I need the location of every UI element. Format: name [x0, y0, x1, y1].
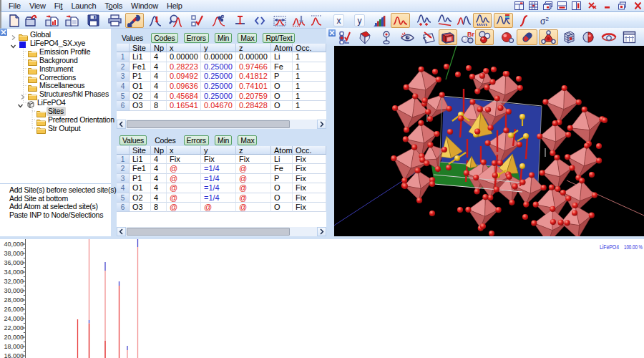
cell-z-r5[interactable]: @ — [236, 193, 271, 203]
cell-atom-r1[interactable]: Li — [271, 52, 293, 62]
tab-values[interactable]: Values — [119, 34, 145, 42]
cell-x-r2[interactable]: @ — [167, 164, 201, 173]
column-header-Occ.[interactable]: Occ. — [293, 44, 326, 52]
site-checklist-button[interactable] — [337, 29, 353, 45]
cell-z-r3[interactable]: @ — [236, 174, 271, 183]
scroll-right-icon[interactable] — [317, 120, 326, 129]
y-axis-button[interactable]: y — [354, 14, 365, 26]
menu-view[interactable]: View — [25, 0, 50, 11]
cell-np-r2[interactable]: 4 — [151, 164, 167, 173]
cell-y-r5[interactable]: 0.25000 — [201, 92, 236, 102]
menu-fit[interactable]: Fit — [50, 0, 67, 11]
cell-np-r3[interactable]: 4 — [151, 174, 167, 183]
tile-horizontal-icon[interactable] — [514, 1, 524, 10]
column-header-Atom[interactable]: Atom — [271, 146, 293, 155]
capsule-bond-button[interactable] — [517, 29, 537, 45]
code-view-button[interactable] — [252, 13, 268, 28]
cell-atom-r2[interactable]: Fe — [271, 164, 293, 173]
cell-z-r3[interactable]: 0.41812 — [236, 72, 271, 82]
cell-y-r2[interactable]: 0.25000 — [201, 62, 236, 72]
row-number[interactable]: 6 — [117, 101, 130, 111]
cell-site-r4[interactable]: O1 — [130, 183, 151, 193]
horizontal-scrollbar[interactable] — [117, 227, 326, 236]
row-number[interactable]: 2 — [117, 164, 130, 173]
cell-occ-r1[interactable]: 1 — [293, 52, 326, 62]
bonds-br-button[interactable]: Br — [459, 29, 476, 45]
tree-item-background[interactable]: Background — [38, 56, 80, 65]
scroll-right-icon[interactable] — [317, 227, 326, 236]
cell-np-r4[interactable]: 4 — [151, 82, 167, 92]
cell-occ-r3[interactable]: Fix — [293, 174, 326, 183]
cell-x-r5[interactable]: @ — [167, 193, 201, 203]
cell-site-r2[interactable]: Fe1 — [130, 62, 151, 72]
tab-values[interactable]: Values — [119, 135, 147, 145]
tree-item-instrument[interactable]: Instrument — [38, 64, 75, 74]
row-number[interactable]: 3 — [117, 174, 130, 183]
cell-site-r2[interactable]: Fe1 — [130, 164, 151, 173]
cell-site-r5[interactable]: O2 — [130, 92, 151, 102]
fit-wrench-button[interactable] — [125, 13, 144, 28]
tab-codes[interactable]: Codes — [151, 33, 177, 43]
scroll-left-icon[interactable] — [117, 227, 126, 236]
peak-insert-button[interactable] — [147, 13, 163, 28]
horizontal-scrollbar[interactable] — [117, 120, 326, 129]
column-header-rownum[interactable] — [117, 146, 130, 155]
cell-np-r4[interactable]: 4 — [151, 183, 167, 193]
cell-x-r4[interactable]: 0.09636 — [167, 82, 201, 92]
cell-atom-r3[interactable]: P — [271, 72, 293, 82]
save-button[interactable] — [85, 13, 101, 28]
cell-site-r6[interactable]: O3 — [130, 101, 151, 111]
cell-atom-r2[interactable]: Fe — [271, 62, 293, 72]
tree-item-lifepo4-sx-xye[interactable]: LiFePO4_SX.xye — [29, 39, 87, 48]
row-number[interactable]: 4 — [117, 82, 130, 92]
column-header-x[interactable]: x — [167, 44, 201, 52]
column-header-Site[interactable]: Site — [130, 44, 151, 52]
tab-max[interactable]: Max — [238, 33, 257, 43]
row-number[interactable]: 5 — [117, 92, 130, 102]
row-number[interactable]: 6 — [117, 203, 130, 212]
peak-search-button[interactable] — [167, 13, 183, 28]
column-header-y[interactable]: y — [201, 146, 236, 155]
minimize-icon[interactable] — [602, 1, 612, 10]
column-header-rownum[interactable] — [117, 44, 130, 52]
cell-np-r3[interactable]: 4 — [151, 72, 167, 82]
close-all-windows-icon[interactable] — [587, 1, 597, 10]
rubik-cube-button[interactable] — [560, 29, 577, 45]
column-header-Atom[interactable]: Atom — [271, 44, 293, 52]
cell-atom-r3[interactable]: P — [271, 174, 293, 183]
column-header-Occ.[interactable]: Occ. — [293, 146, 326, 155]
tree-item-emission-profile[interactable]: Emission Profile — [38, 47, 92, 57]
tree-expander-expanded-icon[interactable] — [17, 99, 24, 106]
cell-y-r4[interactable]: =1/4 — [201, 183, 236, 193]
cell-x-r1[interactable]: Fix — [167, 155, 201, 164]
column-header-x[interactable]: x — [167, 146, 201, 155]
new-file-button[interactable] — [6, 13, 21, 28]
cell-atom-r6[interactable]: O — [271, 203, 293, 212]
action-add-atom-at-selected-site-s-[interactable]: Add Atom at selected site(s) — [9, 202, 98, 211]
cell-np-r6[interactable]: 8 — [151, 203, 167, 212]
cell-y-r6[interactable]: 0.04670 — [201, 101, 236, 111]
tree-expander-collapsed-icon[interactable] — [19, 90, 26, 97]
open-file-button[interactable] — [24, 13, 40, 28]
cell-occ-r6[interactable]: 1 — [293, 101, 326, 111]
cell-np-r1[interactable]: 4 — [151, 52, 167, 62]
menu-window[interactable]: Window — [127, 0, 162, 11]
row-number[interactable]: 2 — [117, 62, 130, 72]
cell-x-r5[interactable]: 0.45684 — [167, 92, 201, 102]
menu-file[interactable]: File — [4, 0, 25, 11]
cell-site-r5[interactable]: O2 — [130, 193, 151, 203]
tab-errors[interactable]: Errors — [184, 33, 209, 43]
cell-atom-r4[interactable]: O — [271, 183, 293, 193]
structure-3d-viewport[interactable] — [334, 46, 644, 236]
peak-atoms-button[interactable] — [210, 13, 226, 28]
cell-x-r1[interactable]: 0.00000 — [167, 52, 201, 62]
cell-site-r3[interactable]: P1 — [130, 72, 151, 82]
box-3d-button[interactable] — [439, 29, 457, 45]
menu-tools[interactable]: Tools — [100, 0, 127, 11]
cell-occ-r4[interactable]: Fix — [293, 183, 326, 193]
cell-z-r5[interactable]: 0.20759 — [236, 92, 271, 102]
cell-z-r6[interactable]: @ — [236, 203, 271, 212]
row-number[interactable]: 4 — [117, 183, 130, 193]
table-view-button[interactable] — [621, 29, 637, 45]
cell-y-r4[interactable]: 0.25000 — [201, 82, 236, 92]
